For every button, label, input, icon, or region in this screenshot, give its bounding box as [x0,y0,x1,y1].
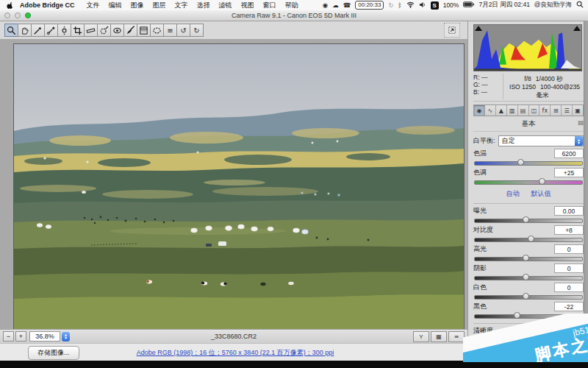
slider-thumb[interactable] [523,216,529,223]
white-balance-stepper-icon[interactable]: ▲▼ [575,136,583,146]
graduated-filter-icon[interactable] [137,24,151,37]
slider-thumb[interactable] [523,255,529,261]
wifi-icon[interactable] [406,1,415,10]
panel-tab-icon[interactable]: ▥ [507,105,518,116]
targeted-adjustment-icon[interactable] [57,24,71,37]
apple-menu-icon[interactable] [6,1,14,10]
panel-tab-icon[interactable]: ◫ [529,105,540,116]
slider-value-field[interactable]: -22 [554,302,584,311]
red-eye-icon[interactable] [110,24,124,37]
menu-item[interactable]: 滤镜 [219,1,232,9]
color-sampler-icon[interactable] [44,24,58,37]
preview-cycle-button[interactable]: Y [413,331,429,342]
bluetooth-icon[interactable]: ᛒ [398,1,402,9]
g-value: — [481,81,488,88]
workflow-options-link[interactable]: Adobe RGB (1998)；16 位；5760 x 3840 (22.1 … [137,349,334,356]
rotate-right-icon[interactable]: ↻ [190,24,204,37]
white-balance-eyedropper-icon[interactable] [31,24,45,37]
menu-bar-clock[interactable]: 7月2日 周四 02:41 [478,1,529,10]
slider-value-field[interactable]: 6200 [554,149,584,158]
slider-track[interactable] [474,219,583,223]
radial-filter-icon[interactable] [150,24,164,37]
preferences-icon[interactable]: ≡ [163,24,177,37]
straighten-tool-icon[interactable] [84,24,98,37]
before-after-view-button[interactable]: ▦ [431,331,447,342]
slider-value-field[interactable]: +25 [554,168,584,177]
zoom-tool-icon[interactable] [4,24,18,37]
sync-icon[interactable]: ↻ [388,1,393,9]
panel-scrollbar[interactable] [584,21,588,343]
panel-tab-icon[interactable]: ∿ [485,105,496,116]
slider-label: 色调 [473,168,487,177]
dialog-title-bar[interactable]: Camera Raw 9.1 - Canon EOS 5D Mark III [0,10,588,21]
slider-track[interactable] [474,276,583,280]
site-watermark: jb51.net 脚本之家 [463,314,588,362]
slider-thumb[interactable] [539,178,545,185]
slider-thumb[interactable] [517,159,524,166]
panel-tab-icon[interactable]: ⊞ [551,105,562,116]
hand-tool-icon[interactable] [18,24,32,37]
spot-removal-icon[interactable] [97,24,111,37]
input-method-badge[interactable]: S [431,1,439,10]
menu-item[interactable]: 图层 [153,1,166,9]
slider-thumb[interactable] [523,293,529,300]
slider-track[interactable] [474,238,583,242]
menu-item[interactable]: 文件 [87,1,100,9]
slider-thumb[interactable] [528,236,534,242]
slider-label: 色温 [473,149,487,158]
menu-item[interactable]: 编辑 [109,1,122,9]
phone-app-icon[interactable]: ☎ [343,1,351,9]
toggle-fullscreen-icon[interactable] [444,23,460,38]
menu-item[interactable]: 文字 [175,1,188,9]
battery-percent: 100% [443,1,459,9]
slider-track[interactable] [474,161,583,166]
slider-value-field[interactable]: 0 [554,244,584,254]
histogram[interactable] [473,24,582,71]
panel-tab-icon[interactable]: ◉ [474,105,485,116]
app-name[interactable]: Adobe Bridge CC [20,1,75,9]
shadow-clipping-icon[interactable] [475,26,482,31]
adjustment-brush-icon[interactable] [123,24,137,37]
shutter-value: 1/4000 秒 [536,75,563,82]
macos-menu-bar: Adobe Bridge CC 文件编辑图像图层文字选择滤镜视图窗口帮助 ◉ ☁… [0,0,588,11]
tone-slider-group: 曝光0.00 对比度+8 高光0 阴影0 [473,206,584,319]
record-status-icon[interactable]: ◉ [323,1,328,9]
user-account-label[interactable]: @良知勤学海 [534,1,572,10]
highlight-clipping-icon[interactable] [573,26,581,31]
panel-tab-icon[interactable]: ▲ [496,105,507,116]
slider-value-field[interactable]: 0 [554,283,584,292]
recording-timer[interactable]: 00:20:33 [355,1,384,10]
slider-value-field[interactable]: 0 [554,263,584,273]
watermark-corner-tab [578,355,587,361]
volume-icon[interactable] [419,1,426,10]
panel-tab-icon[interactable]: fx [539,105,551,116]
photo-canvas[interactable] [13,43,465,330]
slider-thumb[interactable] [523,274,529,280]
menu-item[interactable]: 视图 [241,1,254,9]
menu-item[interactable]: 图像 [131,1,144,9]
r-value: — [481,74,488,81]
preview-settings-button[interactable]: ≡ [448,331,465,342]
slider-value-field[interactable]: +8 [554,225,584,235]
rotate-left-icon[interactable]: ↺ [176,24,190,37]
slider-row: 色调+25 [473,168,584,185]
menu-item[interactable]: 选择 [197,1,210,9]
cloud-app-icon[interactable]: ☁ [332,1,339,9]
spotlight-search-icon[interactable] [576,1,584,10]
crop-tool-icon[interactable] [71,24,85,37]
menu-item[interactable]: 帮助 [285,1,298,9]
b-value: — [481,88,487,96]
panel-tab-icon[interactable]: ▤ [518,105,529,116]
default-link[interactable]: 默认值 [531,189,551,199]
slider-track[interactable] [474,295,583,300]
lens-value: 100-400@235 毫米 [537,83,580,99]
auto-link[interactable]: 自动 [506,189,520,199]
panel-flyout-menu-icon[interactable]: ▤ [578,119,584,126]
slider-track[interactable] [474,257,583,261]
panel-tab-icon[interactable]: ☰ [562,105,573,116]
menu-item[interactable]: 窗口 [263,1,276,9]
slider-value-field[interactable]: 0.00 [554,206,584,216]
slider-track[interactable] [474,180,583,185]
panel-tab-icon[interactable]: ▣ [573,105,583,116]
white-balance-select[interactable]: 自定 ▲▼ [498,135,584,146]
